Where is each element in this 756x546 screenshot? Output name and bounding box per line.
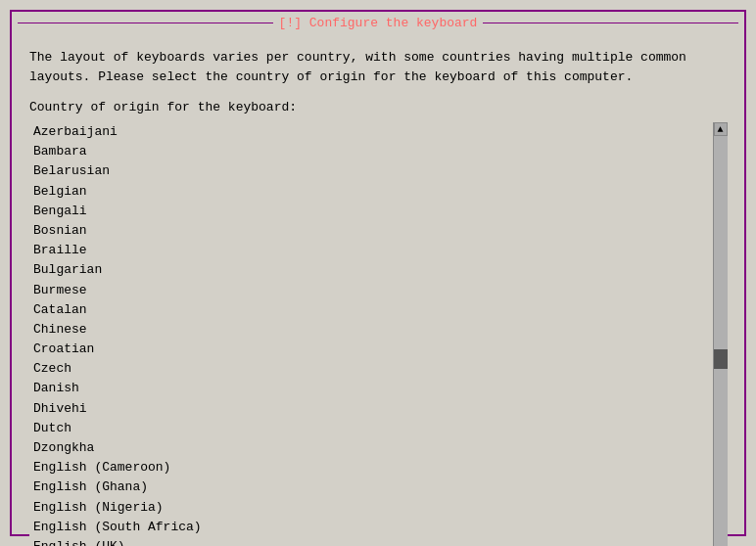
list-item[interactable]: Chinese	[29, 320, 713, 340]
window-title: [!] Configure the keyboard	[279, 16, 478, 30]
description-text: The layout of keyboards varies per count…	[29, 48, 727, 86]
list-item[interactable]: Azerbaijani	[29, 122, 713, 142]
description-line2: layouts. Please select the country of or…	[29, 69, 633, 84]
scroll-up-button[interactable]: ▲	[714, 122, 728, 136]
list-item[interactable]: Dzongkha	[29, 438, 713, 458]
list-item[interactable]: Danish	[29, 379, 713, 398]
description-line1: The layout of keyboards varies per count…	[29, 50, 686, 65]
list-item[interactable]: Bambara	[29, 142, 713, 161]
list-label: Country of origin for the keyboard:	[29, 100, 727, 114]
title-bar: [!] Configure the keyboard	[12, 12, 744, 34]
list-item[interactable]: Belarusian	[29, 161, 713, 181]
list-item[interactable]: Bengali	[29, 202, 713, 221]
list-item[interactable]: English (South Africa)	[29, 518, 713, 537]
scroll-thumb[interactable]	[714, 349, 728, 369]
scrollbar[interactable]: ▲ ▼	[713, 122, 727, 546]
list-item[interactable]: English (Nigeria)	[29, 498, 713, 518]
keyboard-list[interactable]: AzerbaijaniBambaraBelarusianBelgianBenga…	[29, 122, 713, 546]
list-item[interactable]: Dhivehi	[29, 399, 713, 419]
list-items: AzerbaijaniBambaraBelarusianBelgianBenga…	[29, 122, 713, 546]
list-container: AzerbaijaniBambaraBelarusianBelgianBenga…	[29, 122, 727, 546]
title-bar-line-left	[18, 23, 273, 23]
list-item[interactable]: Bosnian	[29, 221, 713, 241]
list-item[interactable]: English (UK)	[29, 537, 713, 546]
list-item[interactable]: Bulgarian	[29, 260, 713, 280]
list-item[interactable]: Burmese	[29, 281, 713, 300]
content-area: The layout of keyboards varies per count…	[12, 34, 744, 546]
list-item[interactable]: English (Cameroon)	[29, 458, 713, 478]
list-item[interactable]: Dutch	[29, 419, 713, 438]
main-window: [!] Configure the keyboard The layout of…	[10, 10, 746, 536]
list-item[interactable]: Catalan	[29, 300, 713, 320]
list-item[interactable]: Braille	[29, 241, 713, 260]
title-bar-line-right	[483, 23, 738, 23]
list-item[interactable]: Belgian	[29, 182, 713, 202]
scroll-track	[714, 136, 728, 546]
list-item[interactable]: Czech	[29, 359, 713, 379]
list-item[interactable]: English (Ghana)	[29, 478, 713, 497]
list-item[interactable]: Croatian	[29, 340, 713, 359]
